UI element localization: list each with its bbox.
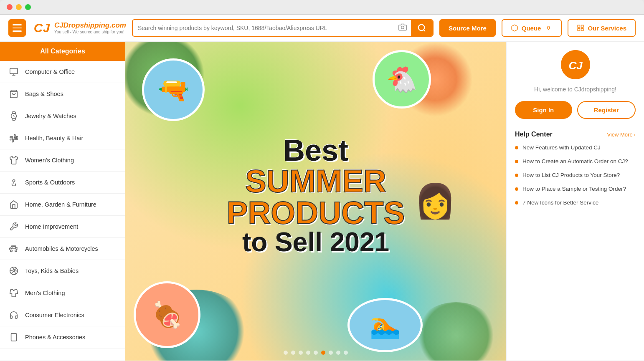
help-link-text: How to Place a Sample or Testing Order? (522, 185, 626, 193)
view-more-link[interactable]: View More › (607, 131, 636, 138)
computer-office-icon (8, 66, 19, 77)
sidebar-item-label: Phones & Accessories (25, 334, 85, 341)
sidebar-item-jewelry-watches[interactable]: Jewelry & Watches (0, 105, 125, 127)
consumer-electronics-icon (8, 310, 19, 321)
source-more-button[interactable]: Source More (439, 19, 496, 37)
sports-outdoors-icon (8, 177, 19, 188)
sidebar-item-label: Sports & Outdoors (25, 179, 75, 186)
sidebar-item-label: Men's Clothing (25, 290, 65, 296)
menu-button[interactable] (8, 19, 26, 37)
sidebar-item-womens-clothing[interactable]: Women's Clothing (0, 149, 125, 172)
sidebar-item-toys-kids-babies[interactable]: Toys, Kids & Babies (0, 260, 125, 282)
banner-dot-2[interactable] (291, 351, 295, 355)
help-dot (515, 201, 518, 204)
banner-area: 🔫 🐔 👩 🍖 🏊 Best SUMMER PRODUCTS to Sell 2… (125, 42, 506, 361)
help-link-text: How to List CJ Products to Your Store? (522, 172, 620, 179)
sign-in-button[interactable]: Sign In (515, 101, 572, 119)
window-chrome (0, 0, 644, 15)
chevron-right-icon: › (634, 131, 636, 138)
help-dot (515, 187, 518, 191)
traffic-light-close[interactable] (7, 4, 13, 10)
banner-dot-1[interactable] (284, 351, 288, 355)
svg-rect-5 (581, 29, 583, 31)
sidebar-header: All Categories (0, 42, 125, 61)
our-services-button[interactable]: Our Services (568, 19, 636, 37)
health-beauty-icon (8, 133, 19, 144)
right-panel: CJ Hi, welcome to CJdropshipping! Sign I… (506, 42, 644, 361)
help-item-1[interactable]: New Features with Updated CJ (515, 144, 636, 152)
sidebar-item-phones-accessories[interactable]: Phones & Accessories (0, 326, 125, 348)
banner-dot-9[interactable] (344, 351, 348, 355)
cj-logo-icon: CJ (32, 18, 52, 38)
logo-area[interactable]: CJ CJDropshipping.com You sell - We sour… (32, 18, 126, 38)
help-item-3[interactable]: How to List CJ Products to Your Store? (515, 172, 636, 179)
cj-avatar: CJ (561, 50, 590, 79)
search-input[interactable] (133, 25, 394, 31)
main-content: All Categories Computer & Office Bags & … (0, 42, 644, 361)
banner-dot-6[interactable] (321, 351, 325, 355)
camera-search-button[interactable] (394, 23, 411, 33)
banner-line1: Best (227, 135, 405, 165)
banner-dots (284, 351, 348, 355)
sidebar-item-computer-office[interactable]: Computer & Office (0, 61, 125, 83)
banner-text-block: Best SUMMER PRODUCTS to Sell 2021 (227, 135, 405, 255)
search-submit-button[interactable] (411, 20, 433, 36)
sidebar-item-bags-shoes[interactable]: Bags & Shoes (0, 83, 125, 105)
svg-text:CJ: CJ (568, 59, 583, 72)
header: CJ CJDropshipping.com You sell - We sour… (0, 15, 644, 42)
sidebar-item-health-beauty-hair[interactable]: Health, Beauty & Hair (0, 127, 125, 149)
home-garden-icon (8, 199, 19, 210)
mens-clothing-icon (8, 288, 19, 298)
banner-line3: PRODUCTS (227, 197, 405, 229)
sidebar-item-label: Home, Garden & Furniture (25, 201, 96, 208)
traffic-light-maximize[interactable] (25, 4, 31, 10)
sidebar-item-sports-outdoors[interactable]: Sports & Outdoors (0, 172, 125, 194)
sidebar: All Categories Computer & Office Bags & … (0, 42, 125, 361)
banner-dot-8[interactable] (336, 351, 340, 355)
help-header: Help Center View More › (515, 131, 636, 138)
sidebar-item-label: Women's Clothing (25, 157, 74, 164)
help-item-2[interactable]: How to Create an Automatic Order on CJ? (515, 158, 636, 166)
bags-shoes-icon (8, 88, 19, 99)
help-link-text: 7 New Icons for Better Service (522, 199, 598, 207)
sidebar-item-home-improvement[interactable]: Home Improvement (0, 216, 125, 238)
help-center-title: Help Center (515, 131, 553, 138)
help-dot (515, 174, 518, 177)
svg-rect-16 (11, 333, 17, 341)
sidebar-item-automobiles-motorcycles[interactable]: Automobiles & Motorcycles (0, 238, 125, 260)
help-link-text: How to Create an Automatic Order on CJ? (522, 158, 628, 166)
help-dot (515, 146, 518, 149)
queue-button[interactable]: Queue 0 (502, 19, 562, 37)
queue-icon (511, 24, 518, 32)
welcome-text: Hi, welcome to CJdropshipping! (515, 86, 636, 93)
sidebar-item-label: Computer & Office (25, 68, 75, 75)
banner-dot-3[interactable] (299, 351, 303, 355)
sidebar-item-home-garden-furniture[interactable]: Home, Garden & Furniture (0, 194, 125, 216)
svg-point-12 (13, 180, 15, 182)
svg-rect-4 (581, 25, 583, 27)
svg-rect-3 (578, 25, 580, 27)
search-bar (132, 19, 434, 37)
sidebar-item-consumer-electronics[interactable]: Consumer Electronics (0, 304, 125, 326)
sidebar-item-mens-clothing[interactable]: Men's Clothing (0, 282, 125, 304)
help-item-5[interactable]: 7 New Icons for Better Service (515, 199, 636, 207)
automobiles-icon (8, 243, 19, 254)
help-link-text: New Features with Updated CJ (522, 144, 601, 152)
jewelry-watches-icon (8, 111, 19, 121)
svg-rect-6 (578, 29, 580, 31)
banner-dot-4[interactable] (306, 351, 310, 355)
traffic-light-minimize[interactable] (16, 4, 22, 10)
sidebar-item-label: Jewelry & Watches (25, 113, 76, 119)
banner-dot-7[interactable] (329, 351, 333, 355)
register-button[interactable]: Register (577, 101, 636, 119)
banner-dot-5[interactable] (314, 351, 318, 355)
help-center-section: Help Center View More › New Features wit… (515, 131, 636, 207)
banner-line2: SUMMER (227, 165, 405, 197)
sidebar-item-label: Health, Beauty & Hair (25, 135, 83, 141)
help-item-4[interactable]: How to Place a Sample or Testing Order? (515, 185, 636, 193)
sidebar-item-label: Bags & Shoes (25, 91, 63, 97)
svg-point-1 (401, 26, 404, 29)
services-icon (577, 24, 584, 32)
auth-buttons: Sign In Register (515, 101, 636, 119)
logo-brand-text: CJDropshipping.com (54, 21, 126, 30)
